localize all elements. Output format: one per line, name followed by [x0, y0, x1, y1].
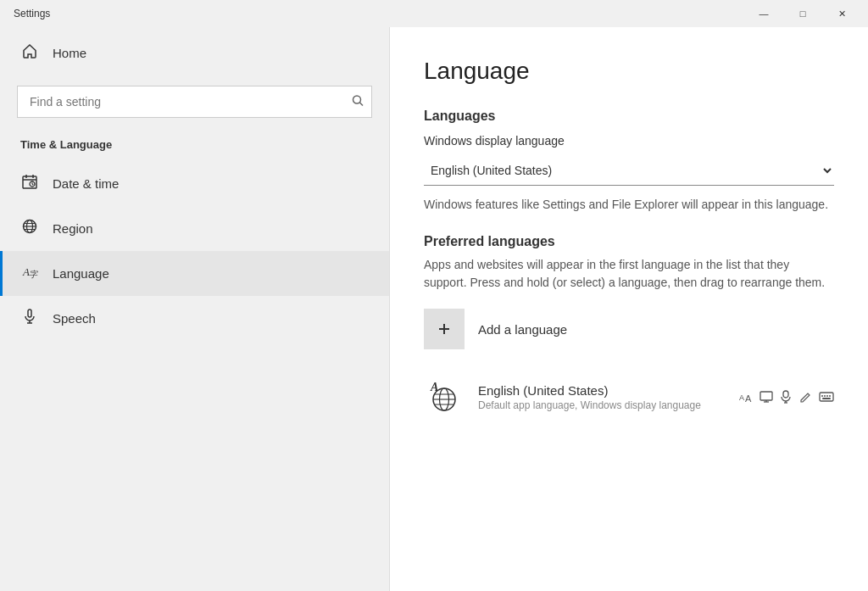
search-icon-button[interactable] [352, 95, 364, 109]
language-list-item[interactable]: A English (United States) Default app la… [424, 370, 834, 424]
page-title: Language [424, 58, 834, 85]
sidebar: Home Time & Language [0, 27, 390, 591]
display-language-section: Windows display language English (United… [424, 134, 834, 214]
svg-text:A: A [745, 393, 752, 404]
language-label: Language [53, 266, 109, 281]
maximize-button[interactable]: □ [783, 0, 822, 27]
sidebar-item-datetime[interactable]: Date & time [0, 161, 389, 206]
datetime-label: Date & time [53, 176, 119, 191]
title-bar: Settings — □ ✕ [0, 0, 868, 27]
svg-rect-31 [820, 393, 833, 401]
home-icon [20, 42, 39, 64]
speech-label: Speech [53, 311, 96, 326]
language-capability-icons: A A [739, 390, 834, 404]
svg-rect-28 [783, 391, 788, 398]
languages-section-title: Languages [424, 109, 834, 124]
svg-line-1 [360, 103, 364, 106]
region-icon [20, 218, 39, 239]
svg-point-0 [353, 96, 361, 103]
handwriting-icon [798, 390, 812, 404]
keyboard-icon [819, 390, 834, 404]
text-size-icon: A A [739, 390, 753, 404]
preferred-section-title: Preferred languages [424, 234, 834, 249]
svg-text:字: 字 [29, 270, 38, 279]
svg-rect-14 [28, 309, 31, 317]
language-item-info: English (United States) Default app lang… [478, 383, 726, 411]
preferred-desc: Apps and websites will appear in the fir… [424, 256, 834, 292]
sidebar-category: Time & Language [0, 131, 389, 161]
close-button[interactable]: ✕ [822, 0, 861, 27]
speech-icon [20, 308, 39, 329]
sidebar-item-speech[interactable]: Speech [0, 296, 389, 341]
region-label: Region [53, 221, 93, 236]
datetime-icon [20, 173, 39, 194]
window-controls: — □ ✕ [744, 0, 861, 27]
language-item-desc: Default app language, Windows display la… [478, 399, 726, 411]
search-box [17, 86, 372, 118]
app-title: Settings [7, 8, 50, 20]
sidebar-item-region[interactable]: Region [0, 206, 389, 251]
sidebar-item-home[interactable]: Home [0, 27, 389, 79]
display-language-label: Windows display language [424, 134, 834, 148]
svg-line-8 [32, 184, 33, 185]
language-icon: A 字 [20, 263, 39, 284]
minimize-button[interactable]: — [744, 0, 783, 27]
main-content: Language Languages Windows display langu… [390, 27, 868, 591]
sidebar-item-language[interactable]: A 字 Language [0, 251, 389, 296]
svg-rect-25 [760, 392, 772, 400]
language-item-name: English (United States) [478, 383, 726, 398]
svg-text:A: A [739, 393, 744, 402]
add-icon [424, 309, 465, 349]
add-language-button[interactable]: Add a language [424, 309, 567, 349]
svg-text:A: A [430, 381, 438, 393]
search-input[interactable] [17, 86, 372, 118]
app-container: Home Time & Language [0, 27, 868, 591]
display-language-select[interactable]: English (United States) [424, 156, 834, 186]
language-item-icon: A [424, 376, 465, 417]
display-language-description: Windows features like Settings and File … [424, 196, 834, 214]
microphone-capability-icon [780, 390, 792, 404]
display-icon [760, 390, 773, 404]
add-language-label: Add a language [478, 322, 567, 337]
home-label: Home [53, 46, 86, 60]
